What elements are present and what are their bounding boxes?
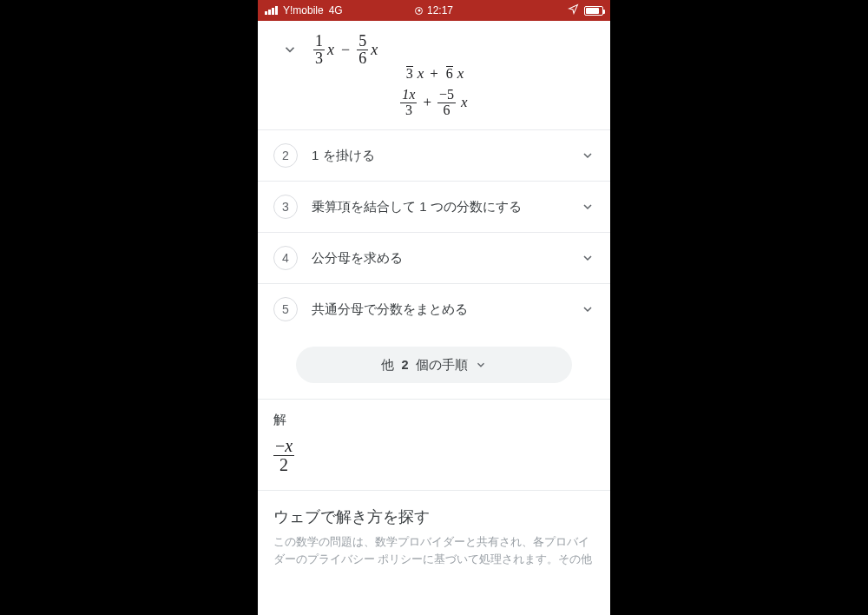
work-line-2: 1x3 + −56 x bbox=[400, 88, 467, 118]
step-number: 2 bbox=[273, 143, 298, 168]
signal-icon bbox=[265, 6, 278, 15]
step-number: 4 bbox=[273, 246, 298, 270]
status-right bbox=[568, 3, 603, 17]
battery-icon bbox=[584, 6, 603, 16]
more-steps-prefix: 他 bbox=[381, 357, 394, 374]
chevron-down-icon bbox=[581, 149, 595, 162]
clock: 12:17 bbox=[427, 4, 453, 17]
chevron-down-icon bbox=[475, 359, 487, 371]
step-3[interactable]: 3 乗算項を結合して 1 つの分数にする bbox=[258, 182, 610, 232]
phone-frame: Y!mobile 4G 12:17 13 x − 56 x bbox=[258, 0, 610, 615]
more-steps-count: 2 bbox=[401, 358, 408, 372]
work-line-1: 3 x + 6 x bbox=[404, 65, 464, 83]
step-label: 共通分母で分数をまとめる bbox=[312, 301, 567, 318]
network-label: 4G bbox=[329, 4, 343, 17]
step-5[interactable]: 5 共通分母で分数をまとめる bbox=[258, 284, 610, 334]
recording-icon bbox=[415, 7, 423, 15]
more-steps-button[interactable]: 他 2 個の手順 bbox=[296, 347, 572, 383]
step-4[interactable]: 4 公分母を求める bbox=[258, 233, 610, 283]
carrier-label: Y!mobile bbox=[283, 4, 324, 17]
solution-section: 解 −x 2 bbox=[258, 400, 610, 483]
web-search-description: この数学の問題は、数学プロバイダーと共有され、各プロバイダーのプライバシー ポリ… bbox=[258, 534, 610, 568]
step-label: 公分母を求める bbox=[312, 250, 567, 267]
chevron-down-icon bbox=[282, 42, 298, 57]
status-bar: Y!mobile 4G 12:17 bbox=[258, 0, 610, 21]
step-number: 3 bbox=[273, 195, 298, 219]
chevron-down-icon bbox=[581, 251, 595, 265]
step-label: 乗算項を結合して 1 つの分数にする bbox=[312, 199, 567, 215]
work-lines: 3 x + 6 x 1x3 + −56 x bbox=[258, 74, 610, 130]
original-expression: 13 x − 56 x bbox=[313, 33, 378, 67]
solution-value: −x 2 bbox=[273, 437, 595, 474]
more-steps-suffix: 個の手順 bbox=[416, 357, 468, 374]
chevron-down-icon bbox=[581, 302, 595, 316]
chevron-down-icon bbox=[581, 200, 595, 214]
status-center: 12:17 bbox=[415, 4, 453, 17]
status-left: Y!mobile 4G bbox=[265, 4, 343, 17]
step-label: 1 を掛ける bbox=[312, 148, 567, 164]
web-search-title: ウェブで解き方を探す bbox=[258, 491, 610, 534]
step-2[interactable]: 2 1 を掛ける bbox=[258, 130, 610, 181]
content: 13 x − 56 x 3 x + 6 x 1x3 + −56 x bbox=[258, 21, 610, 615]
step-number: 5 bbox=[273, 297, 298, 321]
location-icon bbox=[568, 3, 579, 17]
solution-title: 解 bbox=[273, 412, 595, 428]
